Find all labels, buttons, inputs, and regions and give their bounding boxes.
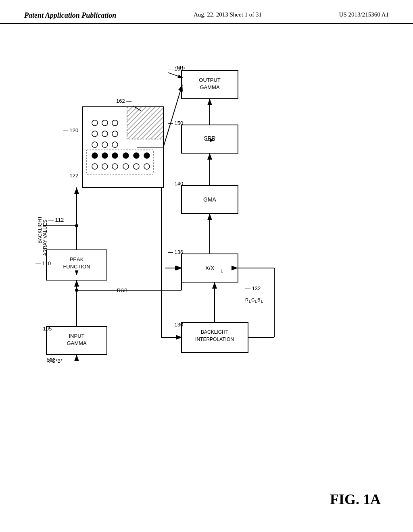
- svg-point-30: [102, 131, 108, 137]
- svg-text:— 105: — 105: [36, 326, 52, 332]
- svg-text:— 160: — 160: [168, 66, 183, 72]
- svg-point-29: [92, 131, 98, 137]
- svg-text:L: L: [261, 299, 263, 303]
- svg-text:OUTPUT: OUTPUT: [199, 77, 221, 83]
- svg-text:— 112: — 112: [48, 217, 64, 223]
- svg-point-26: [92, 120, 98, 126]
- svg-text:— 130: — 130: [168, 322, 183, 328]
- svg-text:L: L: [221, 269, 223, 273]
- svg-point-32: [92, 142, 98, 148]
- svg-point-41: [123, 153, 129, 158]
- svg-text:INPUT: INPUT: [69, 333, 85, 339]
- svg-point-40: [112, 164, 118, 169]
- svg-text:— 140: — 140: [168, 181, 183, 187]
- figure-label: FIG. 1A: [330, 491, 381, 508]
- svg-point-82: [75, 224, 78, 227]
- svg-text:ARRAY VALUES: ARRAY VALUES: [42, 220, 48, 256]
- svg-point-27: [102, 120, 108, 126]
- svg-text:INTERPOLATION: INTERPOLATION: [195, 337, 234, 342]
- svg-text:— 122: — 122: [63, 172, 78, 179]
- svg-text:— 132: — 132: [245, 285, 261, 291]
- svg-point-31: [112, 131, 118, 137]
- patent-number-label: US 2013/215360 A1: [339, 11, 389, 18]
- svg-point-36: [102, 153, 108, 158]
- svg-point-37: [112, 153, 118, 158]
- svg-text:— 120: — 120: [63, 127, 78, 133]
- svg-text:— 110: — 110: [35, 260, 51, 266]
- date-sheet-label: Aug. 22, 2013 Sheet 1 of 31: [194, 11, 262, 18]
- svg-text:R*G*B*: R*G*B*: [46, 358, 63, 364]
- svg-point-45: [133, 164, 139, 169]
- svg-rect-24: [127, 107, 163, 139]
- svg-text:— 136: — 136: [168, 249, 183, 255]
- svg-text:B: B: [257, 297, 260, 302]
- svg-text:FUNCTION: FUNCTION: [63, 264, 90, 270]
- svg-text:L: L: [255, 299, 257, 303]
- svg-text:GMA: GMA: [203, 196, 217, 203]
- svg-point-43: [144, 153, 150, 158]
- page: Patent Application Publication Aug. 22, …: [0, 0, 413, 532]
- svg-point-44: [123, 164, 129, 169]
- svg-point-39: [102, 164, 108, 169]
- svg-text:R: R: [245, 297, 248, 302]
- svg-text:G: G: [251, 297, 255, 302]
- svg-point-28: [112, 120, 118, 126]
- svg-point-38: [92, 164, 98, 169]
- svg-text:GAMMA: GAMMA: [200, 84, 219, 90]
- svg-text:BACKLIGHT: BACKLIGHT: [201, 329, 229, 335]
- svg-line-96: [168, 73, 183, 78]
- publication-label: Patent Application Publication: [24, 11, 116, 20]
- svg-point-33: [102, 142, 108, 148]
- svg-text:L: L: [249, 299, 251, 303]
- svg-point-35: [92, 153, 98, 158]
- svg-text:PEAK: PEAK: [70, 256, 84, 262]
- svg-text:X/X: X/X: [205, 265, 215, 271]
- svg-point-34: [112, 142, 118, 148]
- svg-point-42: [133, 153, 139, 158]
- diagram-svg: INPUT GAMMA PEAK FUNCTION BACKLIGHT INTE…: [24, 32, 389, 508]
- svg-point-46: [144, 164, 150, 169]
- svg-text:BACKLIGHT: BACKLIGHT: [37, 216, 43, 243]
- svg-line-93: [163, 85, 182, 147]
- svg-text:GAMMA: GAMMA: [67, 340, 86, 346]
- header: Patent Application Publication Aug. 22, …: [0, 0, 413, 24]
- svg-text:162 —: 162 —: [116, 98, 131, 104]
